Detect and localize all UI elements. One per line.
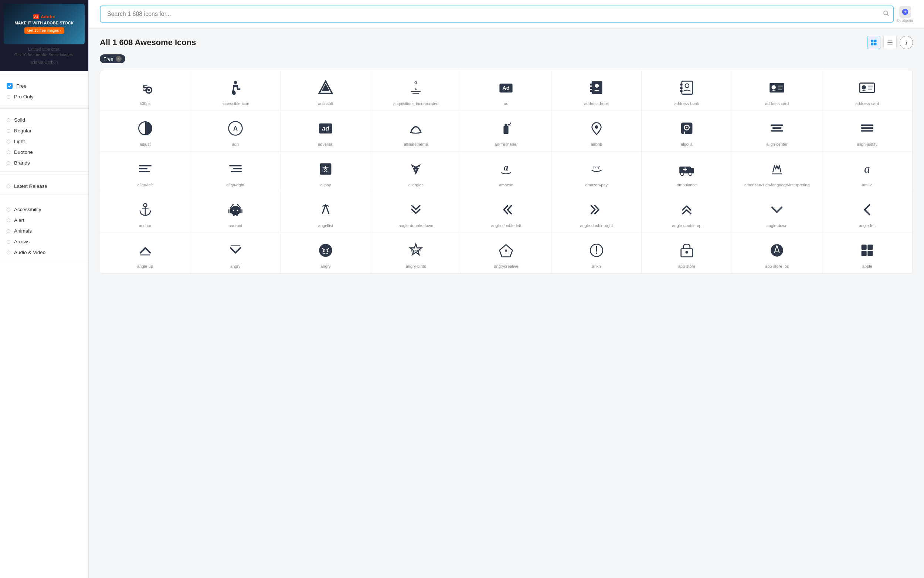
icon-angle-double-down-label: angle-double-down xyxy=(398,223,433,228)
icon-amazon-pay[interactable]: pay amazon-pay xyxy=(552,152,642,192)
icon-asl[interactable]: american-sign-language-interpreting xyxy=(732,152,822,192)
icon-row5-1[interactable]: angle-up xyxy=(100,233,190,274)
icon-align-left[interactable]: align-left xyxy=(100,152,190,192)
style-regular[interactable]: Regular xyxy=(0,125,88,136)
latest-release[interactable]: Latest Release xyxy=(0,181,88,192)
svg-point-49 xyxy=(508,124,510,125)
icon-row5-8[interactable]: app-store-ios xyxy=(732,233,822,274)
icon-accusoft-label: accusoft xyxy=(318,101,333,106)
icon-angle-double-down[interactable]: angle-double-down xyxy=(371,192,461,233)
radio-audio-video[interactable] xyxy=(6,251,10,255)
icon-amazon[interactable]: a amazon xyxy=(461,152,552,192)
icon-angle-double-up[interactable]: angle-double-up xyxy=(642,192,732,233)
style-brands[interactable]: Brands xyxy=(0,157,88,168)
icon-alipay[interactable]: 支 alipay xyxy=(280,152,371,192)
svg-text:A: A xyxy=(415,87,417,91)
icon-row5-5[interactable]: A angrycreative xyxy=(461,233,552,274)
icon-ad[interactable]: Ad ad xyxy=(461,70,552,111)
cat-accessibility[interactable]: Accessibility xyxy=(0,204,88,215)
icon-row5-7[interactable]: app-store xyxy=(642,233,732,274)
icon-adversal[interactable]: ad adversal xyxy=(280,111,371,152)
svg-rect-48 xyxy=(505,123,508,127)
icon-android[interactable]: android xyxy=(190,192,280,233)
icon-ambulance[interactable]: ambulance xyxy=(642,152,732,192)
radio-regular[interactable] xyxy=(6,129,10,133)
svg-point-85 xyxy=(143,203,147,207)
icon-amilia[interactable]: a amilia xyxy=(822,152,913,192)
ad-image[interactable]: Ai Adobe MAKE IT WITH ADOBE STOCK Get 10… xyxy=(4,4,85,44)
search-button[interactable] xyxy=(883,10,889,18)
style-light[interactable]: Light xyxy=(0,136,88,147)
active-filter-tag[interactable]: Free × xyxy=(100,54,125,63)
radio-duotone[interactable] xyxy=(6,151,10,154)
icon-row5-1-glyph xyxy=(137,243,154,261)
icon-address-card-2[interactable]: address-card xyxy=(822,70,913,111)
icon-angle-double-right[interactable]: angle-double-right xyxy=(552,192,642,233)
search-input[interactable] xyxy=(100,6,894,23)
icon-angle-left[interactable]: angle-left xyxy=(822,192,913,233)
filter-pro-only[interactable]: Pro Only xyxy=(0,91,88,102)
cat-audio-video[interactable]: Audio & Video xyxy=(0,247,88,258)
sidebar-ad[interactable]: Ai Adobe MAKE IT WITH ADOBE STOCK Get 10… xyxy=(0,0,88,71)
icon-align-right[interactable]: align-right xyxy=(190,152,280,192)
icon-angellist[interactable]: angellist xyxy=(280,192,371,233)
radio-brands[interactable] xyxy=(6,161,10,165)
icon-air-freshener[interactable]: air-freshener xyxy=(461,111,552,152)
grid-view-button[interactable] xyxy=(867,36,880,49)
radio-animals[interactable] xyxy=(6,229,10,233)
list-view-button[interactable] xyxy=(884,36,896,49)
icon-address-book-1[interactable]: address-book xyxy=(552,70,642,111)
radio-latest-release[interactable] xyxy=(6,185,10,188)
radio-alert[interactable] xyxy=(6,219,10,222)
cat-alert[interactable]: Alert xyxy=(0,215,88,226)
icon-align-justify[interactable]: align-justify xyxy=(822,111,913,152)
sidebar: Ai Adobe MAKE IT WITH ADOBE STOCK Get 10… xyxy=(0,0,89,578)
icon-align-justify-label: align-justify xyxy=(857,142,877,147)
icon-anchor[interactable]: anchor xyxy=(100,192,190,233)
icon-asl-label: american-sign-language-interpreting xyxy=(744,182,810,187)
icon-allergies[interactable]: allergies xyxy=(371,152,461,192)
icon-accusoft[interactable]: accusoft xyxy=(280,70,371,111)
icon-affiliatetheme-glyph xyxy=(408,121,424,139)
icon-address-card-1[interactable]: address-card xyxy=(732,70,822,111)
radio-solid[interactable] xyxy=(6,119,10,122)
icon-row5-3[interactable]: angry xyxy=(280,233,371,274)
icon-address-book-2[interactable]: address-book xyxy=(642,70,732,111)
style-solid[interactable]: Solid xyxy=(0,115,88,125)
icon-row5-9[interactable]: apple xyxy=(822,233,913,274)
icon-adn[interactable]: A adn xyxy=(190,111,280,152)
icon-align-center-glyph xyxy=(769,121,785,139)
cat-arrows[interactable]: Arrows xyxy=(0,236,88,247)
icon-angle-double-left[interactable]: angle-double-left xyxy=(461,192,552,233)
icon-angle-down[interactable]: angle-down xyxy=(732,192,822,233)
icon-android-label: android xyxy=(228,223,242,228)
info-button[interactable]: i xyxy=(900,36,913,49)
radio-light[interactable] xyxy=(6,140,10,143)
filter-free[interactable]: Free xyxy=(0,80,88,91)
icon-angle-double-left-glyph xyxy=(498,202,514,220)
style-duotone[interactable]: Duotone xyxy=(0,147,88,157)
radio-arrows[interactable] xyxy=(6,240,10,244)
icon-row5-2[interactable]: angry xyxy=(190,233,280,274)
filter-tag-remove[interactable]: × xyxy=(116,56,121,62)
cat-animals[interactable]: Animals xyxy=(0,226,88,236)
icon-allergies-label: allergies xyxy=(408,182,424,187)
icon-row5-4[interactable]: ANGRY angry-birds xyxy=(371,233,461,274)
radio-pro-only[interactable] xyxy=(6,95,10,99)
icon-airbnb[interactable]: airbnb xyxy=(552,111,642,152)
icon-acquisitions[interactable]: ⚗ A acquisitions-incorporated xyxy=(371,70,461,111)
icon-airbnb-label: airbnb xyxy=(591,142,602,147)
icon-row5-8-glyph xyxy=(769,243,785,261)
svg-rect-30 xyxy=(680,90,682,92)
icon-align-center[interactable]: align-center xyxy=(732,111,822,152)
ad-cta[interactable]: Get 10 free images › xyxy=(24,28,64,34)
icon-adjust[interactable]: adjust xyxy=(100,111,190,152)
cat-audio-video-label: Audio & Video xyxy=(14,250,82,255)
checkbox-free[interactable] xyxy=(6,83,13,89)
icon-affiliatetheme[interactable]: affiliatetheme xyxy=(371,111,461,152)
icon-accessible-icon[interactable]: accessible-icon xyxy=(190,70,280,111)
radio-accessibility[interactable] xyxy=(6,208,10,211)
icon-500px[interactable]: 5 500px xyxy=(100,70,190,111)
icon-algolia[interactable]: algolia xyxy=(642,111,732,152)
icon-row5-6[interactable]: ankh xyxy=(552,233,642,274)
